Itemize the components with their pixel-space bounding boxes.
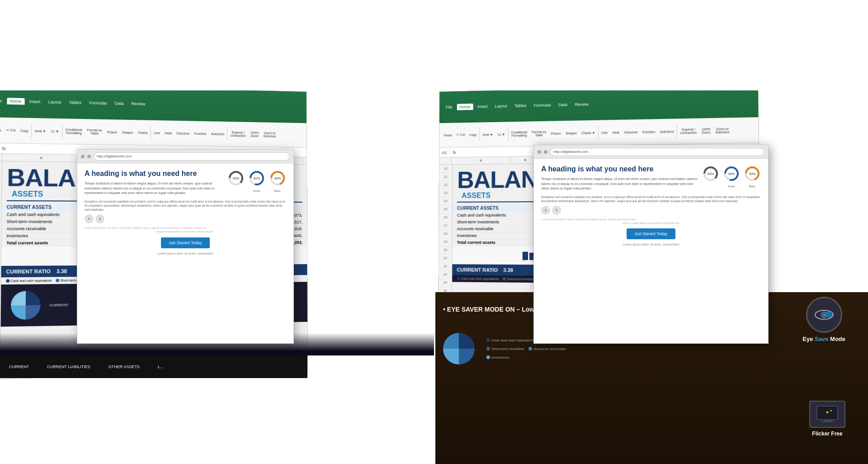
size-btn[interactable]: 11 ▼ — [49, 128, 61, 134]
r-heat-btn[interactable]: Heat — [610, 130, 621, 135]
r-paste-btn[interactable]: Paste — [442, 133, 454, 137]
r-rn-15: 15 — [439, 205, 452, 213]
autosum-btn[interactable]: AutoSum — [209, 131, 226, 137]
file-tab[interactable]: File — [0, 97, 5, 104]
r-prev-arrow[interactable]: ‹ — [541, 206, 550, 215]
r-expander-btn[interactable]: Expend /contraction — [678, 127, 698, 135]
r-legend-sti: Short-term Investme — [503, 277, 536, 281]
r-rn-12: 12 — [439, 181, 452, 189]
browser-top-row: A heading is what you need here Tempor i… — [85, 170, 286, 199]
donut-2: 80% Active — [248, 170, 265, 192]
zoom-select-btn[interactable]: Zoom toSelection — [261, 130, 278, 139]
r-line-btn[interactable]: Line — [599, 130, 609, 135]
function-btn[interactable]: Function — [192, 131, 208, 136]
r-rn-17: 17 — [439, 222, 452, 230]
get-started-btn[interactable]: Get Started Today — [161, 237, 210, 248]
r-shapes-btn[interactable]: Shapes — [564, 130, 579, 136]
separator2 — [62, 124, 62, 138]
r-zoom-btn[interactable]: 100%Zoom — [700, 127, 712, 135]
browser-url[interactable]: http://digitalworld.com — [94, 152, 290, 161]
right-lorem2: dolore magna aliqua consectetur adipisci… — [541, 221, 761, 225]
flicker-monitor-icon: ✦ ✦ — [816, 405, 839, 423]
r-donut-3: 69% Basic — [744, 165, 761, 188]
col-a: A — [2, 154, 80, 162]
layout-tab[interactable]: Layout — [45, 99, 64, 105]
right-browser-heading: A heading is what you need here — [541, 165, 698, 173]
donut-svg-3: 69% — [269, 170, 286, 187]
r-autosum-btn[interactable]: AutoSum — [658, 129, 676, 134]
charts-btn[interactable]: Charts — [136, 130, 150, 135]
r-donut-1: 63% — [702, 165, 719, 188]
next-arrow[interactable]: › — [95, 214, 104, 223]
insert-tab[interactable]: Insert — [26, 98, 43, 105]
r-total-label: Total current assets — [457, 240, 495, 245]
r-formulas-tab[interactable]: Formulas — [531, 102, 554, 109]
right-browser-para1: Tempor incididunt ut labore et dolore ma… — [541, 177, 698, 191]
outcome-btn[interactable]: Outcome — [175, 131, 191, 136]
r-cond-btn[interactable]: ConditionalFormatting — [509, 130, 529, 138]
sti-label: Short-term investments — [6, 219, 52, 224]
svg-text:✦: ✦ — [825, 409, 830, 416]
copy-btn[interactable]: Copy — [19, 128, 30, 133]
r-outcome-btn[interactable]: Outcome — [622, 129, 639, 135]
rn-11: 20 — [0, 247, 1, 256]
r-size-btn[interactable]: 11 ▼ — [495, 132, 507, 137]
r-text-area: A heading is what you need here Tempor i… — [541, 165, 698, 195]
prev-arrow[interactable]: ‹ — [85, 214, 94, 223]
expander-btn[interactable]: Expend /contraction — [228, 130, 248, 138]
r-rn-23: 23 — [439, 270, 452, 279]
heat-btn[interactable]: Heat — [163, 130, 174, 136]
fx-label: fx — [2, 146, 6, 151]
paste-btn[interactable]: Paste — [0, 128, 3, 133]
rn-15: 24 — [0, 281, 0, 290]
zoom-btn[interactable]: 100%Zoom — [249, 130, 260, 138]
pie-chart-svg — [6, 286, 46, 324]
right-browser-url[interactable]: http://digitalworld.com — [550, 148, 764, 156]
donut-3-label: Basic — [269, 189, 286, 192]
data-tab[interactable]: Data — [112, 100, 127, 107]
right-ribbon-tools: Paste ✂ Cut Copy Arial ▼ 11 ▼ Conditiona… — [439, 117, 759, 148]
r-review-tab[interactable]: Review — [572, 101, 591, 108]
r-insert-tab[interactable]: Insert — [475, 103, 491, 110]
left-bezel — [0, 0, 434, 90]
tables-tab[interactable]: Tables — [66, 99, 85, 106]
r-rn-24: 24 — [439, 279, 452, 287]
r-data-tab[interactable]: Data — [556, 101, 570, 108]
r-picture-btn[interactable]: Picture — [549, 131, 563, 136]
r-rn-13: 13 — [439, 189, 452, 197]
r-cut-btn[interactable]: ✂ Cut — [455, 132, 467, 137]
r-charts-btn[interactable]: Charts ▼ — [580, 130, 597, 136]
pie-current: CURRENT — [49, 303, 68, 307]
r-layout-tab[interactable]: Layout — [492, 103, 510, 109]
center-divider — [434, 0, 435, 464]
shapes-btn[interactable]: Shapes — [120, 130, 135, 135]
format-table-btn[interactable]: Format asTable — [85, 128, 104, 136]
r-file-tab[interactable]: File — [443, 104, 455, 110]
line-btn[interactable]: Line — [152, 130, 162, 136]
r-rn-21: 21 — [439, 254, 452, 262]
r-format-btn[interactable]: Format asTable — [530, 129, 548, 138]
r-font-btn[interactable]: Arial ▼ — [481, 132, 495, 137]
r-next-arrow[interactable]: › — [552, 206, 561, 215]
formulas-tab[interactable]: Formulas — [86, 99, 110, 106]
r-ar-label: Accounts receivable — [457, 227, 494, 231]
right-browser-para2: Excepteur sint occaecat cupidatat non pr… — [541, 195, 761, 203]
r-home-tab[interactable]: Home — [457, 104, 473, 110]
r-cash-label: Cash and cash equivalents — [457, 213, 506, 218]
home-tab[interactable]: Home — [7, 98, 24, 104]
cond-format-btn[interactable]: ConditionalFormatting — [63, 127, 84, 136]
browser-para2: Excepteur sint occaecat cupidatat non pr… — [85, 199, 286, 212]
r-function-btn[interactable]: Function — [641, 129, 657, 134]
r-copy-btn[interactable]: Copy — [467, 132, 478, 137]
browser-body: A heading is what you need here Tempor i… — [77, 163, 293, 343]
font-btn[interactable]: Arial ▼ — [33, 128, 48, 133]
right-get-started-btn[interactable]: Get Started Today — [627, 228, 675, 239]
rn-1: 10 — [0, 161, 2, 170]
r-tables-tab[interactable]: Tables — [512, 102, 529, 109]
cut-btn[interactable]: ✂ Cut — [4, 128, 17, 133]
r-rn-18: 18 — [439, 230, 452, 238]
donut-svg-1: 63% — [227, 170, 245, 187]
picture-btn[interactable]: Picture — [105, 129, 119, 135]
review-tab[interactable]: Review — [128, 100, 148, 107]
r-zoomsel-btn[interactable]: Zoom toSelection — [713, 126, 731, 135]
